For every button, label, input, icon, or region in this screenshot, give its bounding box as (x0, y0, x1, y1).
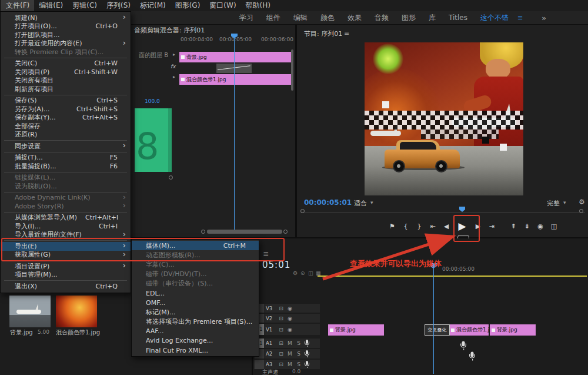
voiceover-record-icon[interactable] (304, 340, 310, 347)
timeline-ruler-label[interactable]: 00:00:05:00 (442, 266, 475, 272)
export-submenu-item[interactable]: 将选择项导出为 Premiere 项目(S)... (132, 317, 259, 327)
workspace-tab[interactable]: 图形 (395, 13, 422, 23)
workspace-tab[interactable]: 组件 (260, 13, 287, 23)
mute-button[interactable]: M (286, 340, 293, 346)
export-submenu-item[interactable]: Final Cut Pro XML... (132, 346, 259, 355)
play-button[interactable]: ▶ (456, 220, 469, 232)
menu-bar-item[interactable]: 文件(F) (1, 0, 34, 11)
file-menu-item[interactable]: 项目设置(P) (1, 262, 131, 271)
file-menu-item[interactable]: 退出(X) Ctrl+Q (1, 282, 131, 291)
export-submenu-item[interactable]: 标记(M)... (132, 307, 259, 317)
workspace-tab[interactable]: 编辑 (287, 13, 314, 23)
export-frame-button[interactable]: ◉ (536, 223, 544, 230)
project-item-name[interactable]: 混合颜色带1.jpg (56, 328, 100, 337)
go-to-out-button[interactable]: ⇥ (487, 223, 496, 230)
file-menu-item[interactable]: 打开项目(O)... Ctrl+O (1, 22, 131, 31)
A3[interactable]: A3 ⊡ M S (254, 360, 320, 369)
extract-button[interactable]: ⇟ (523, 223, 531, 230)
file-menu-item[interactable]: 新建(N) (1, 14, 131, 22)
export-submenu-item[interactable]: AAF... (132, 327, 259, 336)
export-submenu-item[interactable]: 动态图形模板(R)... (132, 250, 259, 260)
scrollbar-end[interactable] (201, 230, 205, 234)
project-item-thumbnail[interactable] (9, 296, 51, 327)
workspace-tab[interactable]: 音频 (368, 13, 395, 23)
panel-menu-icon[interactable]: ≡ (344, 29, 349, 37)
V1[interactable]: V1 V1 ⊡ ◉ (254, 324, 320, 335)
snap-icon[interactable]: ⊙ (300, 270, 305, 276)
disclosure-triangle-icon[interactable]: ▸ (173, 74, 175, 79)
scroll-handle[interactable] (169, 175, 173, 180)
mute-button[interactable]: M (286, 361, 293, 367)
export-submenu-item[interactable]: OMF... (132, 298, 259, 307)
settings-icon[interactable]: ⚙ (579, 198, 585, 206)
workspace-tab[interactable]: 这个不错 (474, 13, 515, 23)
file-menu-item[interactable]: 项目管理(M)... (1, 271, 131, 280)
export-submenu-item[interactable]: Avid Log Exchange... (132, 336, 259, 346)
disclosure-triangle-icon[interactable]: ▸ (173, 52, 175, 57)
file-menu-item[interactable]: 链接媒体(L)... (1, 174, 131, 182)
menu-bar-item[interactable]: 图形(G) (171, 0, 205, 11)
workspace-tab[interactable]: Titles (442, 14, 474, 22)
scrub-end[interactable] (300, 209, 305, 213)
project-item-thumbnail[interactable] (56, 296, 97, 327)
voiceover-record-icon[interactable] (304, 361, 310, 368)
scrub-end[interactable] (579, 209, 583, 213)
step-forward-button[interactable]: ▶ (474, 223, 482, 230)
file-menu-item[interactable]: 保存(S) Ctrl+S (1, 97, 131, 105)
menu-bar-item[interactable]: 窗口(W) (205, 0, 240, 11)
file-menu-item[interactable]: 转换 Premiere Clip 项目(C)... (1, 48, 131, 57)
vertical-scrollbar[interactable] (291, 49, 293, 91)
linked-selection-icon[interactable]: ◫ (308, 270, 313, 276)
A1[interactable]: A1 A1 ⊡ M S (254, 339, 320, 348)
solo-button[interactable]: S (295, 351, 302, 357)
file-menu-item[interactable]: 导入最近使用的文件(F) (1, 231, 131, 240)
menu-bar-item[interactable]: 剪辑(C) (68, 0, 102, 11)
timeline-clip[interactable]: 混合颜色带1.jpg (449, 324, 489, 336)
voiceover-record-icon[interactable] (304, 350, 310, 357)
timeline-clip[interactable]: 背景.jpg (179, 52, 291, 62)
file-menu-item[interactable]: 全部保存 (1, 122, 131, 131)
program-timecode[interactable]: 00:00:05:01 (304, 198, 352, 207)
export-submenu-item[interactable]: 字幕(C)... (132, 260, 259, 269)
comparison-view-button[interactable]: ◫ (550, 223, 558, 230)
V3[interactable]: V3 ⊡ ◉ (254, 304, 320, 313)
step-back-button[interactable]: ◀ (442, 223, 450, 230)
file-menu-item[interactable]: 打开最近使用的内容(E) (1, 39, 131, 48)
chevron-down-icon[interactable]: ▾ (370, 200, 373, 205)
menu-bar-item[interactable]: 序列(S) (102, 0, 135, 11)
gain-value[interactable]: 100.0 (145, 98, 160, 104)
export-submenu-item[interactable]: 磁带（串行设备）(S)... (132, 279, 259, 288)
file-menu-item[interactable]: Adobe Story(R) (1, 202, 131, 211)
track-output-eye-icon[interactable]: ◉ (286, 316, 293, 321)
timeline-settings-icon[interactable]: ⚙ (293, 270, 298, 276)
workspace-tab[interactable]: 颜色 (314, 13, 341, 23)
workspace-tab[interactable]: 效果 (341, 13, 368, 23)
mute-button[interactable]: M (286, 351, 293, 357)
file-menu-item[interactable]: 获取属性(G) (1, 251, 131, 260)
solo-button[interactable]: S (295, 340, 302, 346)
export-submenu-item[interactable]: EDL... (132, 288, 259, 298)
master-level-value[interactable]: 0.0 (292, 369, 300, 374)
sync-lock-icon[interactable]: ⊡ (278, 306, 285, 311)
file-menu-item[interactable]: 同步设置 (1, 142, 131, 151)
file-menu-item[interactable]: 设为脱机(O)... (1, 182, 131, 191)
workspace-tab[interactable]: 学习 (233, 13, 260, 23)
transition-clip[interactable]: 交叉叠化 (425, 324, 450, 336)
scrollbar-end[interactable] (283, 230, 288, 234)
project-item-name[interactable]: 背景.jpg (10, 328, 33, 337)
timeline-clip[interactable]: 背景.jpg (328, 324, 384, 336)
timeline-clip[interactable]: 混合颜色带1.jpg (179, 74, 291, 85)
file-menu-item[interactable]: 还原(R) (1, 131, 131, 140)
file-menu-item[interactable]: 捕捉(T)... F5 (1, 154, 131, 162)
file-menu-item[interactable]: 刷新所有项目 (1, 85, 131, 94)
track-output-eye-icon[interactable]: ◉ (286, 327, 293, 333)
file-menu-item[interactable]: 打开团队项目... (1, 31, 131, 39)
program-scrub-track[interactable] (300, 212, 585, 213)
menu-bar-item[interactable]: 编辑(E) (34, 0, 68, 11)
playhead-line[interactable] (234, 35, 235, 233)
sync-lock-icon[interactable]: ⊡ (278, 327, 285, 333)
track-output-eye-icon[interactable]: ◉ (286, 306, 293, 311)
fit-dropdown[interactable]: 适合 (354, 199, 367, 208)
workspace-tab[interactable]: 库 (422, 13, 442, 23)
source-patch[interactable] (255, 360, 264, 369)
